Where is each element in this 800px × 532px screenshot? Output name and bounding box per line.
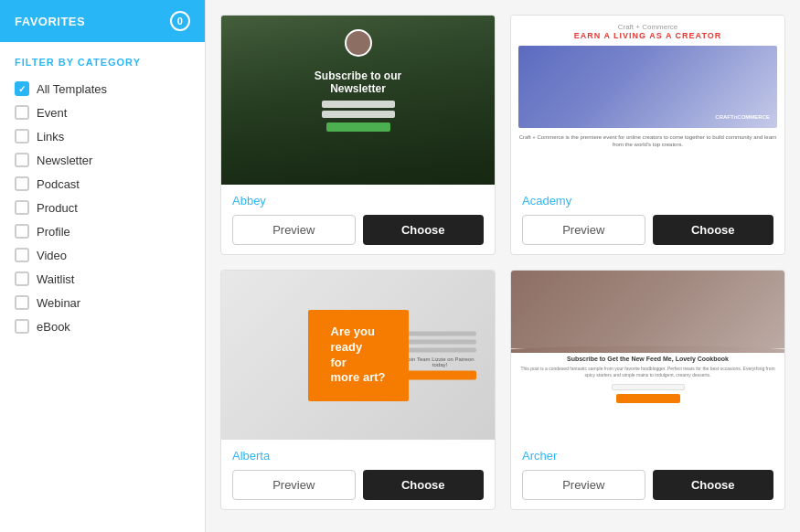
favorites-label: FAVORITES	[15, 15, 85, 28]
archer-name: Archer	[522, 449, 773, 463]
category-label-product: Product	[37, 201, 78, 215]
category-checkbox-ebook	[15, 319, 29, 334]
archer-subscribe-btn	[616, 394, 680, 403]
category-label-newsletter: Newsletter	[37, 154, 92, 167]
abbey-avatar	[345, 29, 372, 57]
category-label-webinar: Webinar	[37, 296, 80, 310]
abbey-choose-button[interactable]: Choose	[363, 215, 485, 245]
category-item-event[interactable]: Event	[15, 101, 190, 124]
category-checkbox-links	[15, 129, 29, 144]
category-item-webinar[interactable]: Webinar	[15, 291, 190, 314]
academy-actions: Preview Choose	[522, 215, 773, 245]
alberta-join-btn	[403, 370, 476, 379]
alberta-actions: Preview Choose	[232, 470, 484, 500]
abbey-actions: Preview Choose	[232, 215, 484, 245]
category-list: All TemplatesEventLinksNewsletterPodcast…	[0, 77, 205, 338]
category-checkbox-newsletter	[15, 153, 29, 167]
academy-preview-button[interactable]: Preview	[522, 215, 645, 245]
template-preview-academy: Craft + Commerce EARN A LIVING AS A CREA…	[511, 16, 784, 185]
academy-choose-button[interactable]: Choose	[653, 215, 774, 245]
category-item-waitlist[interactable]: Waitlist	[15, 267, 190, 291]
category-item-podcast[interactable]: Podcast	[15, 172, 190, 196]
academy-image	[518, 46, 777, 128]
category-label-video: Video	[37, 249, 67, 262]
category-label-waitlist: Waitlist	[37, 272, 74, 286]
alberta-art-text: Are youreadyformore art?	[331, 325, 386, 387]
category-item-all-templates[interactable]: All Templates	[15, 77, 190, 101]
category-label-all-templates: All Templates	[37, 82, 107, 96]
archer-image	[511, 271, 784, 348]
academy-description: Craft + Commerce is the premiere event f…	[518, 133, 777, 149]
abbey-info: Abbey Preview Choose	[221, 185, 495, 254]
sidebar: FAVORITES 0 FILTER BY CATEGORY All Templ…	[0, 0, 206, 532]
category-checkbox-webinar	[15, 295, 29, 310]
category-item-video[interactable]: Video	[15, 243, 190, 267]
category-item-ebook[interactable]: eBook	[15, 314, 190, 338]
template-card-abbey: Subscribe to ourNewsletter Abbey Preview…	[220, 15, 496, 255]
alberta-orange-box: Are youreadyformore art?	[308, 310, 409, 401]
template-preview-alberta: Are youreadyformore art? Join Team Lizzi…	[221, 271, 495, 440]
abbey-preview-button[interactable]: Preview	[232, 215, 356, 245]
alberta-join-text: Join Team Lizzie on Patreon today!	[403, 356, 476, 367]
category-label-ebook: eBook	[37, 320, 70, 334]
archer-content: Subscribe to Get the New Feed Me, Lovely…	[511, 348, 784, 440]
alberta-side-content: Join Team Lizzie on Patreon today!	[403, 331, 476, 379]
category-label-event: Event	[37, 106, 67, 120]
category-checkbox-profile	[15, 224, 29, 239]
category-checkbox-all-templates	[15, 81, 29, 96]
alberta-line-2	[403, 339, 476, 344]
academy-header-text: Craft + Commerce	[618, 23, 678, 31]
abbey-input-fake-2	[322, 111, 395, 118]
academy-name: Academy	[522, 194, 773, 207]
template-card-academy: Craft + Commerce EARN A LIVING AS A CREA…	[510, 15, 785, 255]
category-label-links: Links	[37, 130, 64, 144]
template-preview-abbey: Subscribe to ourNewsletter	[221, 16, 495, 185]
archer-preview-button[interactable]: Preview	[522, 470, 645, 500]
template-card-alberta: Are youreadyformore art? Join Team Lizzi…	[220, 270, 496, 510]
abbey-input-fake-1	[322, 101, 395, 108]
alberta-line-3	[403, 347, 476, 352]
category-item-links[interactable]: Links	[15, 124, 190, 148]
alberta-info: Alberta Preview Choose	[221, 440, 495, 509]
alberta-name: Alberta	[232, 449, 484, 463]
archer-info: Archer Preview Choose	[511, 440, 784, 509]
category-label-podcast: Podcast	[37, 177, 80, 191]
category-checkbox-video	[15, 248, 29, 262]
alberta-preview-button[interactable]: Preview	[232, 470, 356, 500]
category-item-profile[interactable]: Profile	[15, 219, 190, 243]
category-checkbox-waitlist	[15, 271, 29, 286]
abbey-btn-fake	[326, 122, 390, 132]
templates-grid: Subscribe to ourNewsletter Abbey Preview…	[220, 15, 785, 510]
archer-email-input	[612, 384, 685, 390]
filter-label: FILTER BY CATEGORY	[0, 42, 205, 77]
main-content: Subscribe to ourNewsletter Abbey Preview…	[206, 0, 800, 532]
archer-choose-button[interactable]: Choose	[653, 470, 774, 500]
alberta-choose-button[interactable]: Choose	[363, 470, 485, 500]
academy-info: Academy Preview Choose	[511, 185, 784, 254]
academy-title-text: EARN A LIVING AS A CREATOR	[574, 31, 722, 40]
template-card-archer: Subscribe to Get the New Feed Me, Lovely…	[510, 270, 785, 510]
favorites-button[interactable]: FAVORITES 0	[0, 0, 205, 42]
abbey-subscribe-title: Subscribe to ourNewsletter	[315, 69, 401, 95]
category-item-newsletter[interactable]: Newsletter	[15, 148, 190, 172]
template-preview-archer: Subscribe to Get the New Feed Me, Lovely…	[511, 271, 784, 440]
abbey-subscribe-box: Subscribe to ourNewsletter	[315, 69, 401, 132]
archer-actions: Preview Choose	[522, 470, 773, 500]
archer-title: Subscribe to Get the New Feed Me, Lovely…	[518, 356, 777, 362]
category-item-product[interactable]: Product	[15, 196, 190, 219]
category-checkbox-event	[15, 105, 29, 120]
abbey-name: Abbey	[232, 194, 484, 207]
category-label-profile: Profile	[37, 225, 70, 239]
category-checkbox-podcast	[15, 176, 29, 191]
archer-description: This post is a condesed fantastic sample…	[518, 366, 777, 378]
category-checkbox-product	[15, 200, 29, 215]
favorites-count: 0	[170, 11, 190, 31]
alberta-line-1	[403, 331, 476, 335]
